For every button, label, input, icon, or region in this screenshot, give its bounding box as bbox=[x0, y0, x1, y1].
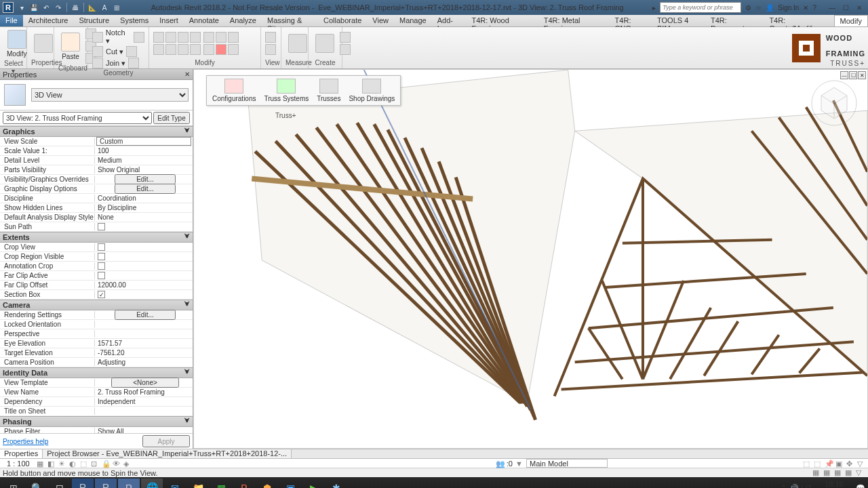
workset-icon[interactable]: 👥 bbox=[496, 460, 504, 468]
menu-modify[interactable]: Modify bbox=[834, 15, 868, 26]
revit-icon-3[interactable]: R bbox=[118, 479, 140, 488]
edit-button[interactable]: Edit... bbox=[115, 184, 176, 194]
edit-button[interactable]: <None> bbox=[111, 378, 179, 388]
prop-row[interactable]: DependencyIndependent bbox=[0, 397, 193, 407]
chrome-icon[interactable]: 🌐 bbox=[141, 479, 163, 488]
prop-row[interactable]: Section Box✓ bbox=[0, 290, 193, 300]
prop-row[interactable]: View ScaleCustom bbox=[0, 137, 193, 146]
tray-network-icon[interactable]: 🔊 bbox=[789, 484, 799, 489]
offset-icon[interactable] bbox=[165, 44, 176, 55]
notifications-icon[interactable]: 💬 bbox=[856, 484, 865, 489]
select-pinned-icon[interactable]: 📌 bbox=[825, 460, 833, 468]
visual-style-icon[interactable]: ◧ bbox=[47, 460, 56, 468]
prop-row[interactable]: Detail LevelMedium bbox=[0, 156, 193, 165]
exchange-icon[interactable]: ✕ bbox=[803, 4, 808, 12]
section-header[interactable]: Camera⮟ bbox=[0, 300, 193, 310]
family-icon[interactable] bbox=[340, 44, 351, 55]
view-icon[interactable] bbox=[265, 32, 276, 43]
scale-icon[interactable] bbox=[190, 44, 201, 55]
prop-row[interactable]: DisciplineCoordination bbox=[0, 194, 193, 203]
prop-row[interactable]: Locked Orientation bbox=[0, 320, 193, 329]
prop-row[interactable]: Scale Value 1:100 bbox=[0, 146, 193, 156]
qat-save-icon[interactable]: 💾 bbox=[28, 2, 39, 13]
sel-icon3[interactable]: ▦ bbox=[834, 468, 844, 478]
prop-row[interactable]: Default Analysis Display StyleNone bbox=[0, 213, 193, 222]
group-icon[interactable] bbox=[228, 44, 239, 55]
truss-systems-button[interactable]: Truss Systems bbox=[264, 79, 309, 102]
notch-button[interactable]: Notch ▾ bbox=[92, 28, 144, 45]
filter-sel-icon[interactable]: ▽ bbox=[857, 460, 865, 468]
reveal-icon[interactable]: ◈ bbox=[123, 460, 132, 468]
star-icon[interactable]: ☆ bbox=[755, 4, 762, 12]
menu-collaborate[interactable]: Collaborate bbox=[318, 15, 367, 26]
prop-row[interactable]: Title on Sheet bbox=[0, 407, 193, 416]
prop-row[interactable]: Far Clip Active bbox=[0, 271, 193, 281]
measure-button[interactable] bbox=[285, 33, 310, 54]
select-face-icon[interactable]: ▣ bbox=[835, 460, 844, 468]
menu-analyze[interactable]: Analyze bbox=[224, 15, 262, 26]
prop-row[interactable]: Graphic Display OptionsEdit... bbox=[0, 184, 193, 194]
sel-icon5[interactable]: ▽ bbox=[856, 468, 865, 478]
pin-icon[interactable] bbox=[228, 32, 239, 43]
app-icon-4[interactable]: ✱ bbox=[326, 479, 347, 488]
menu-massing[interactable]: Massing & Site bbox=[262, 15, 318, 26]
qat-dim-icon[interactable]: ⊞ bbox=[111, 2, 122, 13]
modify-button[interactable]: Modify bbox=[4, 28, 29, 59]
workset-selector[interactable]: Main Model bbox=[526, 459, 608, 468]
move-icon[interactable] bbox=[153, 32, 164, 43]
cut-geom-button[interactable]: Cut ▾ bbox=[92, 46, 137, 57]
app-icon-1[interactable]: ⬢ bbox=[256, 479, 278, 488]
temp-hide-icon[interactable]: 👁 bbox=[113, 460, 121, 468]
menu-t4r-wood[interactable]: T4R: Wood Framing bbox=[466, 15, 538, 26]
copy-tool-icon[interactable] bbox=[165, 32, 176, 43]
menu-t4r-create[interactable]: T4R: Create/Modify bbox=[764, 15, 833, 26]
maximize-button[interactable]: ☐ bbox=[840, 3, 852, 12]
task-view-icon[interactable]: ⊡ bbox=[49, 479, 71, 488]
checkbox[interactable]: ✓ bbox=[98, 291, 105, 298]
prop-row[interactable]: Visibility/Graphics OverridesEdit... bbox=[0, 175, 193, 184]
tab-project-browser[interactable]: Project Browser - Eve_WEBINAR_Imperial+T… bbox=[43, 449, 292, 458]
tray-chevron-icon[interactable]: ⌃ bbox=[781, 484, 787, 489]
checkbox[interactable] bbox=[98, 272, 105, 279]
drag-icon[interactable]: ✥ bbox=[846, 460, 854, 468]
prop-row[interactable]: Phase FilterShow All bbox=[0, 427, 193, 433]
checkbox[interactable] bbox=[98, 223, 105, 230]
search-input[interactable] bbox=[660, 2, 741, 13]
sel-icon2[interactable]: ▦ bbox=[823, 468, 833, 478]
detail-level-icon[interactable]: ▦ bbox=[37, 460, 45, 468]
sel-icon4[interactable]: ▦ bbox=[845, 468, 854, 478]
menu-structure[interactable]: Structure bbox=[73, 15, 115, 26]
select-underlay-icon[interactable]: ⬚ bbox=[814, 460, 822, 468]
menu-addins[interactable]: Add-Ins bbox=[432, 15, 467, 26]
split-icon[interactable] bbox=[216, 32, 226, 43]
properties-help-link[interactable]: Properties help bbox=[3, 438, 48, 445]
qat-text-icon[interactable]: A bbox=[99, 2, 110, 13]
create-button[interactable] bbox=[313, 33, 337, 54]
viewport[interactable]: — ☐ ✕ bbox=[193, 69, 868, 449]
sun-path-icon[interactable]: ☀ bbox=[58, 460, 66, 468]
prop-row[interactable]: Eye Elevation1571.57 bbox=[0, 339, 193, 348]
edit-button[interactable]: Edit... bbox=[115, 174, 176, 184]
trim-icon[interactable] bbox=[190, 32, 201, 43]
section-header[interactable]: Phasing⮟ bbox=[0, 416, 193, 427]
prop-row[interactable]: Crop Region Visible bbox=[0, 252, 193, 262]
app-icon-2[interactable]: ▣ bbox=[279, 479, 301, 488]
help-icon[interactable]: ? bbox=[812, 4, 816, 12]
mirror-icon[interactable] bbox=[153, 44, 164, 55]
prop-row[interactable]: View Template<None> bbox=[0, 378, 193, 388]
prop-row[interactable]: Perspective bbox=[0, 329, 193, 339]
align-icon[interactable] bbox=[203, 32, 214, 43]
qat-measure-icon[interactable]: 📐 bbox=[87, 2, 98, 13]
signin-label[interactable]: Sign In bbox=[778, 4, 799, 12]
prop-row[interactable]: Rendering SettingsEdit... bbox=[0, 310, 193, 320]
prop-row[interactable]: Target Elevation-7561.20 bbox=[0, 348, 193, 358]
menu-systems[interactable]: Systems bbox=[115, 15, 154, 26]
checkbox[interactable] bbox=[98, 262, 105, 270]
prop-row[interactable]: View Name2. Truss Roof Framing bbox=[0, 388, 193, 397]
menu-file[interactable]: File bbox=[0, 15, 23, 26]
explorer-icon[interactable]: 📁 bbox=[187, 479, 209, 488]
prop-row[interactable]: Crop View bbox=[0, 243, 193, 252]
sel-icon1[interactable]: ▦ bbox=[812, 468, 822, 478]
menu-tools4bim[interactable]: TOOLS 4 BIM bbox=[652, 15, 705, 26]
edit-button[interactable]: Edit... bbox=[115, 310, 176, 320]
